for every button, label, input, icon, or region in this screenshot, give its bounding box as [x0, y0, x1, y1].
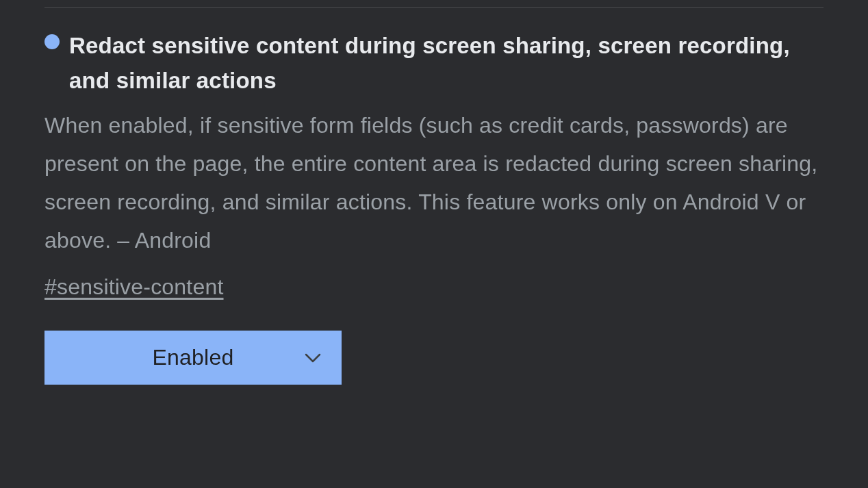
flag-state-dropdown[interactable]: Enabled — [44, 331, 342, 385]
flag-hash-link[interactable]: #sensitive-content — [44, 274, 224, 300]
flag-description: When enabled, if sensitive form fields (… — [44, 106, 824, 259]
flag-title: Redact sensitive content during screen s… — [69, 28, 824, 98]
flag-entry: Redact sensitive content during screen s… — [0, 8, 868, 385]
status-dot-icon — [44, 34, 60, 49]
dropdown-selected-label: Enabled — [153, 345, 234, 370]
flag-title-row: Redact sensitive content during screen s… — [44, 28, 824, 98]
chevron-down-icon — [303, 348, 322, 368]
